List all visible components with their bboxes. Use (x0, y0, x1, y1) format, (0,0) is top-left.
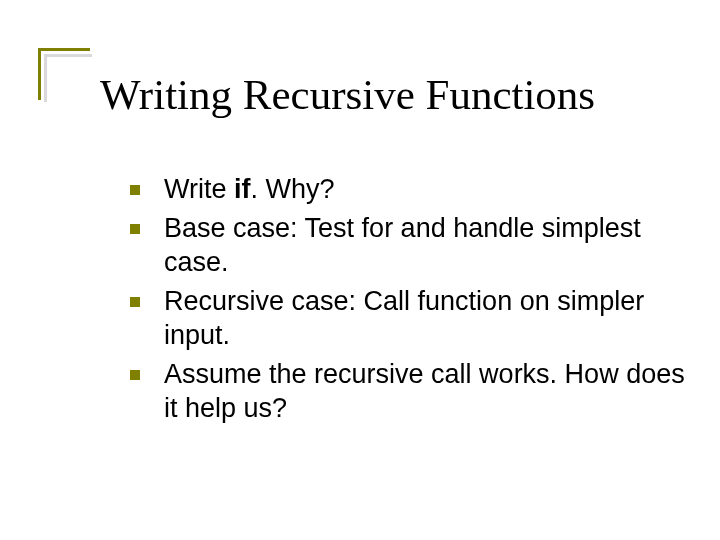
slide-title: Writing Recursive Functions (100, 70, 595, 119)
bullet-text: Recursive case: Call function on simpler… (164, 284, 690, 353)
list-item: Recursive case: Call function on simpler… (130, 284, 690, 353)
bullet-text: Base case: Test for and handle simplest … (164, 211, 690, 280)
square-bullet-icon (130, 297, 140, 307)
list-item: Write if. Why? (130, 172, 690, 207)
square-bullet-icon (130, 224, 140, 234)
list-item: Base case: Test for and handle simplest … (130, 211, 690, 280)
bullet-text: Write if. Why? (164, 172, 690, 207)
list-item: Assume the recursive call works. How doe… (130, 357, 690, 426)
slide-body: Write if. Why? Base case: Test for and h… (130, 172, 690, 430)
square-bullet-icon (130, 185, 140, 195)
corner-decoration (38, 48, 90, 100)
slide: Writing Recursive Functions Write if. Wh… (0, 0, 720, 540)
square-bullet-icon (130, 370, 140, 380)
bullet-text: Assume the recursive call works. How doe… (164, 357, 690, 426)
